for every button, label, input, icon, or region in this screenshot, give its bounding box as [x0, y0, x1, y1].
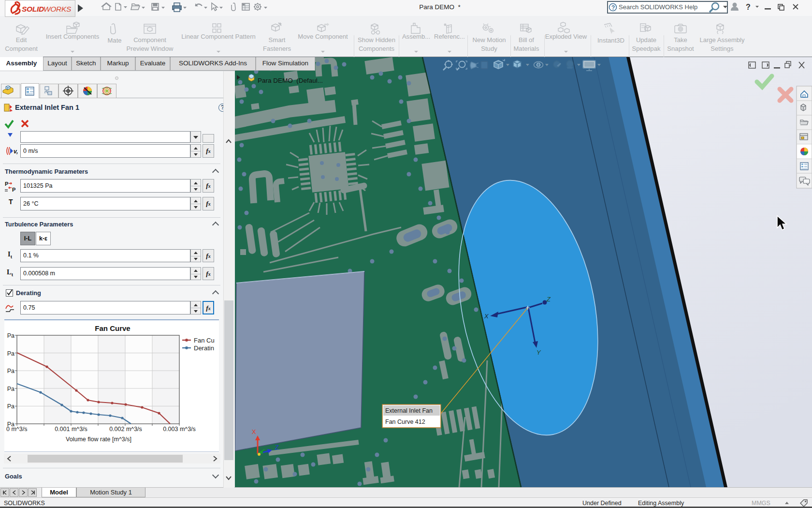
svg-text:Fan Cu: Fan Cu [194, 337, 215, 344]
svg-text:External Inlet Fan: External Inlet Fan [385, 407, 433, 414]
svg-text:?: ? [746, 3, 751, 11]
svg-text:X: X [252, 428, 256, 435]
svg-text:Pa: Pa [7, 332, 14, 339]
svg-text:v,: v, [14, 148, 18, 155]
svg-text:Deratin: Deratin [194, 344, 214, 352]
svg-text:Y: Y [536, 349, 541, 356]
svg-text:0.001 m^3/s: 0.001 m^3/s [55, 426, 87, 433]
svg-text:Pa: Pa [7, 368, 14, 374]
svg-text:SOLID: SOLID [22, 5, 44, 13]
svg-text:P: P [5, 181, 8, 187]
svg-text:0 m^3/s: 0 m^3/s [6, 426, 27, 433]
svg-text:Fan Curve 412: Fan Curve 412 [385, 418, 425, 425]
svg-text:Volume flow rate [m^3/s]: Volume flow rate [m^3/s] [66, 436, 131, 443]
svg-text:Para DEMO (Defaul...: Para DEMO (Defaul... [258, 77, 323, 84]
svg-text:Z: Z [546, 296, 551, 303]
svg-text:Fan Curve: Fan Curve [95, 324, 130, 332]
svg-text:X: X [484, 313, 489, 320]
svg-text:?: ? [611, 4, 615, 11]
svg-text:Z: Z [275, 444, 279, 451]
svg-text:Pa: Pa [7, 386, 14, 392]
svg-text:WORKS: WORKS [44, 5, 72, 13]
svg-text:Pa: Pa [7, 403, 14, 410]
svg-text:0.002 m^3/s: 0.002 m^3/s [109, 426, 142, 433]
svg-text:Pa: Pa [7, 350, 14, 357]
svg-text:0.003 m^3/s: 0.003 m^3/s [163, 426, 196, 433]
svg-text:P: P [12, 187, 15, 193]
